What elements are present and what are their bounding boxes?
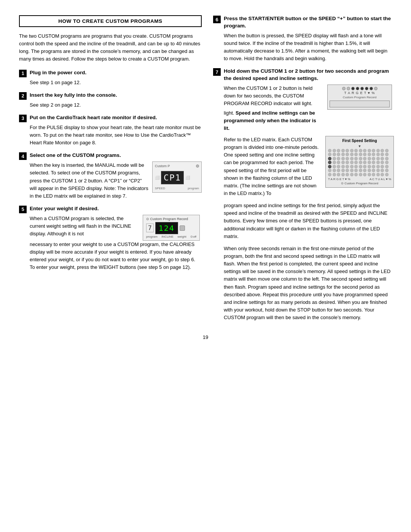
- s-dot-r3c9: [363, 157, 366, 160]
- s-dot-r3c11: [372, 157, 375, 160]
- step-1-block: 1 Plug in the power cord. See step 1 on …: [19, 69, 202, 86]
- intro-text: The two CUSTOM programs are programs tha…: [19, 32, 202, 63]
- s-dot-r2c7: [354, 153, 358, 156]
- s-dot-r3c7: [354, 157, 358, 160]
- s-dot-r7c14: [385, 173, 389, 176]
- step-6-header: 6 Press the START/ENTER button or the SP…: [213, 15, 392, 30]
- small-num-display2: ⬜: [185, 176, 190, 180]
- speed-setting-title: First Speed Setting: [328, 139, 391, 143]
- s-dot-r4c13: [381, 161, 384, 164]
- step-5-number: 5: [19, 206, 27, 213]
- t-dot-8: [374, 87, 378, 90]
- s-dot-r3c1: [328, 157, 331, 160]
- s-dot-r2c14: [385, 153, 389, 156]
- s-dot-r6c7: [354, 169, 358, 172]
- s-dot-r5c2: [333, 165, 336, 168]
- step-2-title: Insert the key fully into the console.: [30, 92, 117, 99]
- t-dot-6: [365, 87, 368, 90]
- target-label-left: T A R G E T ♥ %: [328, 177, 350, 181]
- step-7-middle: Refer to the LED matrix. Each CUSTOM pro…: [224, 136, 392, 197]
- s-dot-r3c3: [337, 157, 340, 160]
- program-label: program: [188, 187, 199, 190]
- t-dot-2: [347, 87, 350, 90]
- s-dot-r6c5: [346, 169, 349, 172]
- s-dot-r2c10: [368, 153, 371, 156]
- speed-panel-bottom-labels: T A R G E T ♥ % A C T U A L ♥ %: [328, 177, 391, 181]
- weight-124-display: 124: [155, 222, 178, 234]
- s-dot-r4c9: [363, 161, 366, 164]
- s-dot-r4c11: [372, 161, 375, 164]
- s-dot-r1c14: [385, 149, 389, 152]
- cp1-display: CP1: [161, 171, 184, 184]
- weight-label: weight: [178, 235, 186, 238]
- custom-program-record-label: ⊙ Custom Program Record: [146, 217, 196, 221]
- step-1-body: See step 1 on page 12.: [30, 79, 202, 86]
- step-5-continued: necessary to enter your weight to use a …: [30, 241, 202, 272]
- s-dot-r6c11: [372, 169, 375, 172]
- s-dot-r1c13: [381, 149, 384, 152]
- section-header: HOW TO CREATE CUSTOM PROGRAMS: [19, 15, 202, 27]
- target-dots: [330, 87, 390, 90]
- s-dot-r7c13: [381, 173, 384, 176]
- s-dot-r3c4: [341, 157, 345, 160]
- step-2-header: 2 Insert the key fully into the console.: [19, 92, 202, 100]
- step-6-body: When the button is pressed, the SPEED di…: [224, 32, 392, 63]
- step-1-number: 1: [19, 70, 27, 77]
- s-dot-r1c8: [359, 149, 362, 152]
- custom-p-label: Custom P: [155, 164, 170, 168]
- s-dot-r1c3: [337, 149, 340, 152]
- step-7-content: When the CUSTOM 1 or 2 button is held do…: [224, 85, 392, 132]
- step-6-title: Press the START/ENTER button or the SPEE…: [224, 15, 392, 30]
- s-dot-r4c12: [376, 161, 380, 164]
- s-dot-r3c6: [350, 157, 354, 160]
- s-dot-r7c6: [350, 173, 354, 176]
- s-dot-r3c2: [333, 157, 336, 160]
- step-5-header: 5 Enter your weight if desired.: [19, 205, 202, 213]
- step-3-header: 3 Put on the CardioTrack heart rate moni…: [19, 114, 202, 122]
- weight-labels: program INCLINE weight ⊙off: [146, 235, 196, 238]
- step-7-bold-text: Speed and incline settings can be progra…: [224, 110, 316, 131]
- s-dot-r6c9: [363, 169, 366, 172]
- page-number: 19: [19, 334, 392, 340]
- step-6-number: 6: [213, 16, 221, 23]
- s-dot-r2c2: [333, 153, 336, 156]
- small-num-display: ⬜: [155, 176, 159, 180]
- s-dot-r5c8: [359, 165, 362, 168]
- s-dot-r4c7: [354, 161, 358, 164]
- step-6-block: 6 Press the START/ENTER button or the SP…: [213, 15, 392, 62]
- step-2-block: 2 Insert the key fully into the console.…: [19, 92, 202, 109]
- s-dot-r4c6: [350, 161, 354, 164]
- arrow-down: ▼: [328, 144, 391, 148]
- step-5-text: When a CUSTOM program is selected, the c…: [30, 215, 139, 238]
- target-panel-container: T A R G E T ♥ % Custom Program Record: [327, 85, 392, 132]
- s-dot-r6c6: [350, 169, 354, 172]
- s-dot-r1c9: [363, 149, 366, 152]
- s-dot-r7c5: [346, 173, 349, 176]
- s-dot-r6c12: [376, 169, 380, 172]
- s-dot-r7c8: [359, 173, 362, 176]
- s-dot-r4c1: [328, 161, 331, 164]
- speed-setting-panel-container: First Speed Setting ▼: [325, 136, 392, 197]
- console-display-row: ⬜ CP1 ⬜: [155, 169, 199, 186]
- step-2-body: See step 2 on page 12.: [30, 101, 202, 109]
- console-box-4: Custom P ⬜ CP1 ⬜ SPEED program: [152, 161, 202, 193]
- s-dot-r7c12: [376, 173, 380, 176]
- s-dot-r1c11: [372, 149, 375, 152]
- s-dot-r6c10: [368, 169, 371, 172]
- speed-setting-panel: First Speed Setting ▼: [325, 136, 394, 188]
- step-5-console: ⊙ Custom Program Record 7 124: [143, 215, 202, 241]
- s-dot-r3c5: [346, 157, 349, 160]
- s-dot-r6c13: [381, 169, 384, 172]
- s-dot-r2c6: [350, 153, 354, 156]
- step-4-title: Select one of the CUSTOM programs.: [30, 152, 121, 159]
- s-dot-r6c2: [333, 169, 336, 172]
- custom-program-record-label2: Custom Program Record: [330, 96, 390, 99]
- incline-label: INCLINE: [161, 235, 174, 238]
- s-dot-r1c4: [341, 149, 345, 152]
- step-7-text-mid: Refer to the LED matrix. Each CUSTOM pro…: [224, 136, 319, 197]
- s-dot-r4c14: [385, 161, 389, 164]
- step-7-bold: light. Speed and incline settings can be…: [224, 109, 321, 132]
- s-dot-r5c6: [350, 165, 354, 168]
- s-dot-r1c7: [354, 149, 358, 152]
- s-dot-r5c9: [363, 165, 366, 168]
